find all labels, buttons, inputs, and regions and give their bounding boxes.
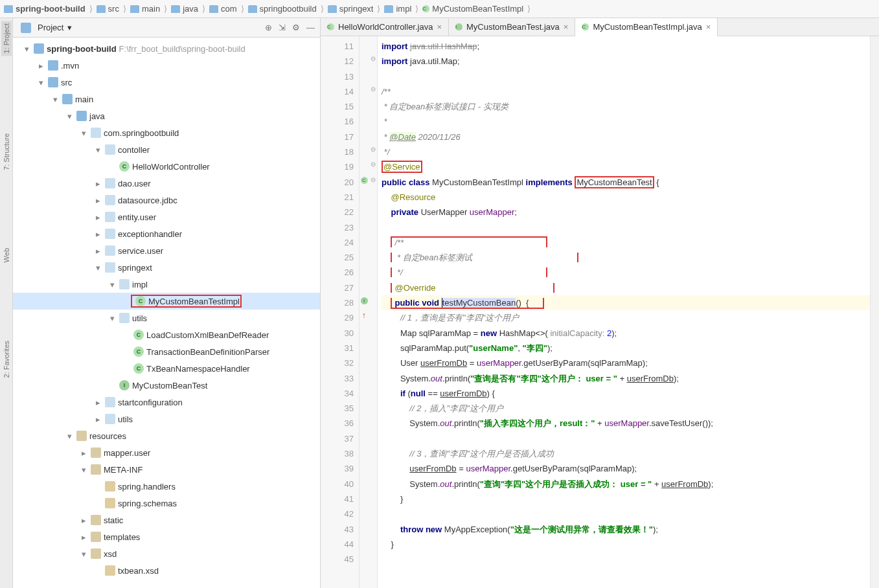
tree-node[interactable]: ▾spring-boot-build F:\frr_boot_build\spr… <box>13 40 320 57</box>
tree-node[interactable]: ▾xsd <box>13 545 320 562</box>
tree-node[interactable]: ▸service.user <box>13 242 320 259</box>
tree-node[interactable]: ▾impl <box>13 276 320 293</box>
tree-node[interactable]: ▸dao.user <box>13 175 320 192</box>
tree-node[interactable]: ▸static <box>13 512 320 528</box>
tree-node[interactable]: ▾resources <box>13 427 320 444</box>
breadcrumb: spring-boot-build⟩src⟩main⟩java⟩com⟩spri… <box>0 0 879 18</box>
stripe-btn-web[interactable]: Web <box>3 248 10 262</box>
collapse-icon[interactable]: ⇲ <box>279 23 286 32</box>
stripe-btn-project[interactable]: 1: Project <box>1 21 12 56</box>
editor-tab[interactable]: IMyCustomBeanTest.java× <box>449 18 575 36</box>
tree-node[interactable]: ▾java <box>13 107 320 124</box>
tree-node[interactable]: ▸mapper.user <box>13 444 320 461</box>
tree-node[interactable]: CLoadCustomXmlBeanDefReader <box>13 326 320 343</box>
tree-node[interactable]: ▸templates <box>13 528 320 545</box>
chevron-down-icon: ▾ <box>67 23 72 32</box>
tree-node[interactable]: ▾main <box>13 91 320 107</box>
stripe-btn-structure[interactable]: 7: Structure <box>3 133 10 170</box>
tree-node[interactable]: CHelloWorldController <box>13 158 320 175</box>
tree-node[interactable]: spring.handlers <box>13 478 320 495</box>
error-stripe[interactable] <box>870 36 879 588</box>
tree-node[interactable]: ▸datasource.jdbc <box>13 192 320 209</box>
tree-node[interactable]: ▾utils <box>13 310 320 326</box>
stripe-btn-favorites[interactable]: 2: Favorites <box>3 341 10 378</box>
tree-node[interactable]: ▾com.springbootbuild <box>13 124 320 141</box>
editor-tab[interactable]: CMyCustomBeanTestImpl.java× <box>575 18 718 36</box>
tree-node[interactable]: ▸utils <box>13 411 320 427</box>
tree-node[interactable]: CMyCustomBeanTestImpl <box>13 293 320 310</box>
project-panel: Project ▾ ⊕ ⇲ ⚙ — ▾spring-boot-build F:\… <box>13 18 321 588</box>
tree-node[interactable]: ▸startconfiguration <box>13 394 320 411</box>
tree-node[interactable]: ▾springext <box>13 259 320 276</box>
tree-node[interactable]: ▸exceptionhandler <box>13 225 320 242</box>
panel-title[interactable]: Project ▾ <box>18 23 265 33</box>
gear-icon[interactable]: ⚙ <box>292 23 300 32</box>
gutter-icons: CI↑ <box>360 36 369 588</box>
project-tree[interactable]: ▾spring-boot-build F:\frr_boot_build\spr… <box>13 38 320 588</box>
locate-icon[interactable]: ⊕ <box>265 23 272 32</box>
tree-node[interactable]: ▸entity.user <box>13 209 320 225</box>
tree-node[interactable]: ▾src <box>13 74 320 91</box>
editor-tabs: CHelloWorldController.java×IMyCustomBean… <box>321 18 879 36</box>
tree-node[interactable]: ▸.mvn <box>13 57 320 74</box>
tree-node[interactable]: ▾META-INF <box>13 461 320 478</box>
tree-node[interactable]: ▾contoller <box>13 141 320 158</box>
tree-node[interactable]: IMyCustomBeanTest <box>13 377 320 394</box>
code-editor[interactable]: import java.util.HashMap;import java.uti… <box>378 36 870 588</box>
tree-node[interactable]: CTxBeanNamespaceHandler <box>13 360 320 377</box>
tree-node[interactable]: txbean.xsd <box>13 562 320 579</box>
editor-area: CHelloWorldController.java×IMyCustomBean… <box>321 18 879 588</box>
close-icon[interactable]: × <box>564 22 569 32</box>
close-icon[interactable]: × <box>437 22 442 32</box>
close-icon[interactable]: × <box>706 22 711 32</box>
line-number-gutter: 1112131415161718192021222324252627282930… <box>321 36 360 588</box>
editor-tab[interactable]: CHelloWorldController.java× <box>321 18 449 36</box>
fold-gutter: ⊖⊖⊖⊖⊖ <box>369 36 378 588</box>
tree-node[interactable]: CTransactionBeanDefinitionParser <box>13 343 320 360</box>
hide-icon[interactable]: — <box>306 23 315 32</box>
project-icon <box>21 23 31 33</box>
tree-node[interactable]: spring.schemas <box>13 495 320 512</box>
tool-window-stripe-left: 1: Project 7: Structure Web 2: Favorites <box>0 18 13 588</box>
